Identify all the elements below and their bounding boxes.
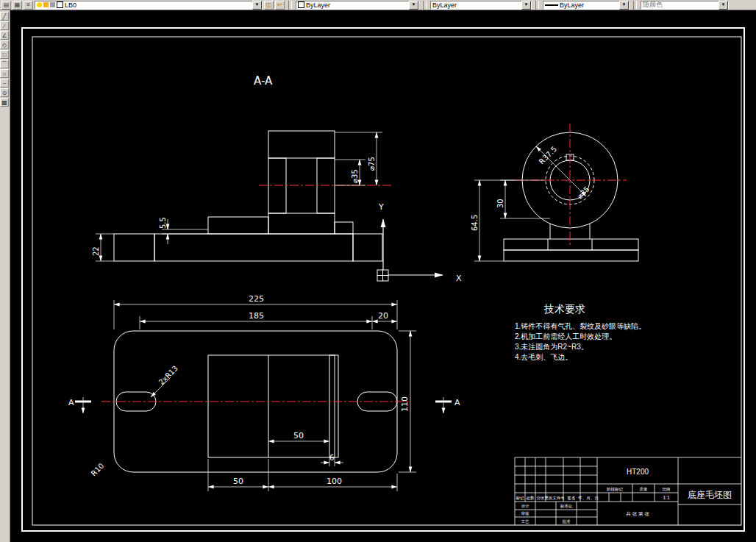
stage-label: 阶段标记 [607,487,624,492]
sheet-info: 共 张 第 张 [626,511,649,517]
section-mark-right: A [435,397,460,413]
dim-width: 110 [399,331,416,472]
drawing-svg: A-A ⌀35 ⌀75 5.5 [10,10,756,542]
hatch-tool-icon[interactable]: ▩ [0,98,9,107]
dim-step-height: 5.5 [159,217,208,244]
make-object-layer-current-icon[interactable]: ◫ [264,1,274,10]
boss-top-section [268,131,335,158]
dim-bore-dia: ⌀35 [335,160,365,185]
end-base-pad [504,250,638,261]
spline-tool-icon[interactable]: ~ [0,79,9,88]
layer-combo[interactable]: LB0 ▼ [35,1,263,10]
dim-bottom-left: 50 [208,459,268,491]
color-swatch-icon [298,1,304,8]
svg-text:⌀35: ⌀35 [351,169,359,183]
title-block-text: HT200 底座毛坯图 标记 处数 分区 更改文件号 签名 年、月、日 设计 审… [516,468,732,524]
chevron-down-icon[interactable]: ▼ [409,1,418,10]
svg-text:50: 50 [293,431,304,441]
rev-header: 年、月、日 [578,496,599,501]
svg-text:⌀75: ⌀75 [368,157,376,171]
sign-label: 工艺 [521,519,530,524]
drawing-canvas[interactable]: A-A ⌀35 ⌀75 5.5 [10,10,756,542]
plotstyle-combo-value: 随颜色 [643,0,663,10]
ucs-icon: Y X [377,202,462,283]
base-right-pad [353,234,382,261]
lightbulb-icon [37,2,42,7]
ellipse-tool-icon[interactable]: ⊙ [0,88,9,97]
chevron-down-icon[interactable]: ▼ [718,1,728,10]
svg-text:185: 185 [249,311,264,321]
drawing-title-cell: 底座毛坯图 [688,490,732,500]
open-icon[interactable]: ▦ [13,1,22,10]
arc-tool-icon[interactable]: ⌒ [0,60,9,68]
plotstyle-combo[interactable]: 随颜色 ▼ [641,1,729,10]
tech-note: 3.未注圆角为R2~R3。 [515,343,588,351]
linetype-combo[interactable]: ByLayer ▼ [430,1,532,10]
lineweight-combo-value: ByLayer [560,1,584,9]
dim-bottom-right: 100 [268,474,397,491]
end-base-top [504,239,638,250]
lineweight-combo[interactable]: ByLayer ▼ [543,1,630,10]
line-tool-icon[interactable]: ╱ [0,12,9,21]
svg-text:5.5: 5.5 [159,217,167,229]
dim-mid: 50 [268,431,329,441]
svg-text:22: 22 [92,246,100,256]
svg-text:6: 6 [329,454,334,462]
sun-icon [43,2,49,7]
section-view: A-A ⌀35 ⌀75 5.5 [92,74,393,261]
dim-center-height: 30 [496,180,550,218]
dim-base-height: 22 [92,234,114,261]
chevron-down-icon[interactable]: ▼ [252,1,262,10]
svg-text:225: 225 [249,294,264,304]
svg-text:50: 50 [233,477,243,486]
construction-line-tool-icon[interactable]: ⁄ [0,21,9,30]
boss-root [268,213,335,234]
toolbar-separator [535,1,539,10]
tech-note: 1.铸件不得有气孔、裂纹及砂眼等缺陷。 [515,322,646,330]
svg-text:30: 30 [496,199,504,208]
toolbar-separator [423,1,427,10]
svg-text:20: 20 [378,311,388,321]
left-step [208,217,268,234]
rev-header: 签名 [568,496,576,501]
rev-header: 处数 [527,496,535,501]
draw-toolbar: ╱ ⁄ ∠ ◇ □ ⌒ ○ ~ ⊙ ▩ [0,10,10,542]
right-step [335,222,353,234]
top-toolbar: ▤ ▦ ≡ LB0 ▼ ◫ ↩ ByLayer ▼ ByLayer ▼ ByLa… [0,0,756,10]
dim-boss-radius: R37.5 [538,145,558,165]
boss-plan-outline [208,355,338,457]
dim-length-end: 20 [372,311,397,321]
plan-view: 225 185 20 110 50 100 [68,294,460,491]
section-mark-left: A [68,397,91,413]
polyline-tool-icon[interactable]: ∠ [0,31,9,40]
rectangle-tool-icon[interactable]: □ [0,50,9,59]
rev-header: 标记 [516,496,525,501]
sign-label: 批准 [563,519,571,524]
leader-slot-radius: 2xR13 [151,364,179,397]
layer-previous-icon[interactable]: ↩ [275,1,285,10]
dim-corner-radius: R10 [90,462,106,478]
standard-tool-icon[interactable]: ▤ [1,1,11,10]
circle-tool-icon[interactable]: ○ [0,69,9,78]
svg-text:2xR13: 2xR13 [157,364,179,386]
svg-text:110: 110 [400,396,410,412]
polygon-tool-icon[interactable]: ◇ [0,40,9,49]
toolbar-separator [288,1,292,10]
base-plate-section [154,234,353,261]
svg-text:A: A [454,398,460,407]
layer-combo-value: LB0 [65,1,76,9]
dim-strip: 6 [321,454,343,466]
linetype-combo-value: ByLayer [432,1,457,9]
color-combo-value: ByLayer [306,1,330,9]
chevron-down-icon[interactable]: ▼ [521,1,531,10]
svg-text:A: A [68,398,74,407]
layer-properties-icon[interactable]: ≡ [24,1,33,10]
rib-strip [329,355,335,457]
weight-label: 质量 [640,487,649,491]
lock-icon [50,2,55,7]
chevron-down-icon[interactable]: ▼ [619,1,629,10]
sign-label: 审核 [521,511,530,516]
base-left-pad [114,234,154,261]
scale-value: 1:1 [663,495,669,500]
color-combo[interactable]: ByLayer ▼ [296,1,419,10]
